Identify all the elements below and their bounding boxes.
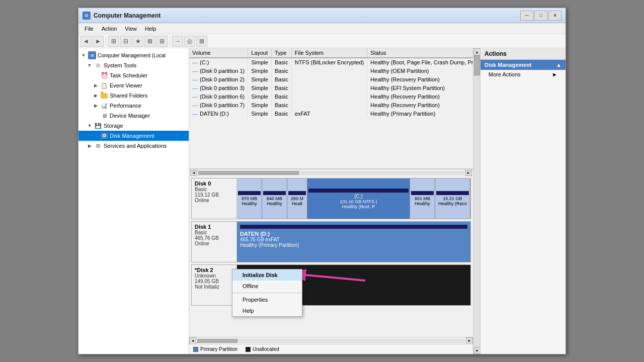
table-cell: Simple bbox=[248, 58, 272, 67]
sidebar-item-task-scheduler[interactable]: ▶ ⏰ Task Scheduler bbox=[78, 70, 189, 80]
scroll-up-button[interactable]: ▲ bbox=[473, 48, 480, 55]
table-row[interactable]: —(Disk 0 partition 2)SimpleBasicHealthy … bbox=[189, 75, 473, 84]
status-primary: Primary Partition bbox=[193, 346, 237, 352]
menu-view[interactable]: View bbox=[121, 25, 141, 33]
services-icon: ⚙ bbox=[94, 142, 102, 150]
horizontal-scrollbar: ◄ ► bbox=[189, 169, 473, 176]
minimize-button[interactable]: ─ bbox=[520, 11, 533, 21]
status-bar: Primary Partition Unallocated bbox=[189, 344, 473, 354]
scroll-left-bottom[interactable]: ◄ bbox=[189, 337, 196, 344]
table-cell: Healthy (Primary Partition) bbox=[367, 110, 473, 118]
menu-help[interactable]: Help bbox=[141, 25, 160, 33]
expand-event-viewer: ▶ bbox=[93, 82, 99, 88]
table-row[interactable]: —(Disk 0 partition 6)SimpleBasicHealthy … bbox=[189, 93, 473, 101]
bottom-scroll-track bbox=[197, 339, 465, 343]
table-cell: Simple bbox=[248, 110, 272, 118]
col-filesystem: File System bbox=[291, 48, 367, 58]
part-header bbox=[436, 191, 469, 195]
toolbar-btn-3[interactable]: ★ bbox=[132, 36, 143, 47]
status-label-unallocated: Unallocated bbox=[253, 346, 279, 352]
maximize-button[interactable]: □ bbox=[534, 11, 547, 21]
part-header bbox=[308, 189, 409, 193]
table-row[interactable]: —(Disk 0 partition 3)SimpleBasicHealthy … bbox=[189, 84, 473, 93]
bottom-scroll-thumb[interactable] bbox=[197, 339, 237, 343]
toolbar-btn-6[interactable]: → bbox=[172, 36, 183, 47]
scroll-right-button[interactable]: ► bbox=[465, 170, 472, 176]
table-row[interactable]: —(Disk 0 partition 7)SimpleBasicHealthy … bbox=[189, 101, 473, 110]
menu-action[interactable]: Action bbox=[98, 25, 121, 33]
disk-0-part-3[interactable]: 260 M Healt bbox=[287, 178, 307, 219]
table-row[interactable]: —(C:)SimpleBasicNTFS (BitLocker Encrypte… bbox=[189, 58, 473, 67]
disk-1-daten[interactable]: DATEN (D:) 465.76 GB exFAT Healthy (Prim… bbox=[237, 222, 470, 262]
disk-0-part-2[interactable]: 840 MB Healthy bbox=[262, 178, 287, 219]
sidebar-item-services[interactable]: ▶ ⚙ Services and Applications bbox=[78, 141, 189, 151]
toolbar-btn-4[interactable]: ⊠ bbox=[144, 36, 155, 47]
sidebar-item-performance[interactable]: ▶ 📊 Performance bbox=[78, 101, 189, 111]
sidebar-item-disk-management[interactable]: ▶ 💿 Disk Management bbox=[78, 131, 189, 141]
disk-0-part-c[interactable]: (C:) 101.10 GB NTFS ( Healthy (Boot, P bbox=[307, 178, 410, 219]
disk1-header bbox=[240, 225, 467, 229]
ctx-properties[interactable]: Properties bbox=[232, 294, 302, 305]
disk-2-type: Unknown bbox=[195, 273, 233, 279]
actions-header: Actions bbox=[480, 48, 566, 60]
col-type: Type bbox=[271, 48, 291, 58]
disk-1-row: Disk 1 Basic 465.76 GB Online DATEN (D:)… bbox=[191, 221, 471, 262]
close-button[interactable]: ✕ bbox=[548, 11, 561, 21]
expand-storage: ▼ bbox=[87, 123, 93, 129]
window-controls: ─ □ ✕ bbox=[520, 11, 561, 21]
table-cell: Simple bbox=[248, 93, 272, 101]
sidebar-item-device-manager[interactable]: ▶ 🖥 Device Manager bbox=[78, 111, 189, 121]
sidebar-item-storage[interactable]: ▼ 💾 Storage bbox=[78, 121, 189, 131]
scroll-v-thumb[interactable] bbox=[474, 55, 480, 75]
toolbar-btn-8[interactable]: ⊠ bbox=[196, 36, 207, 47]
table-row[interactable]: —(Disk 0 partition 1)SimpleBasicHealthy … bbox=[189, 67, 473, 75]
ctx-help[interactable]: Help bbox=[232, 305, 302, 316]
expand-shared-folders: ▶ bbox=[93, 93, 99, 99]
system-tools-icon: ⚙ bbox=[94, 61, 102, 69]
scroll-thumb[interactable] bbox=[198, 171, 299, 175]
forward-button[interactable]: ► bbox=[93, 36, 104, 47]
sidebar-label-task-scheduler: Task Scheduler bbox=[110, 72, 147, 78]
toolbar-separator-1 bbox=[106, 37, 106, 46]
disk-0-part-5[interactable]: 801 MB Healthy bbox=[410, 178, 435, 219]
toolbar-btn-7[interactable]: ◎ bbox=[184, 36, 195, 47]
sidebar-item-system-tools[interactable]: ▼ ⚙ System Tools bbox=[78, 60, 189, 70]
part-header bbox=[288, 191, 306, 195]
toolbar-btn-2[interactable]: ⊟ bbox=[120, 36, 131, 47]
back-button[interactable]: ◄ bbox=[80, 36, 92, 47]
ctx-offline[interactable]: Offline bbox=[232, 281, 302, 292]
table-cell: —(Disk 0 partition 7) bbox=[189, 101, 248, 110]
table-cell bbox=[291, 75, 367, 84]
bottom-scrollbar: ◄ ► bbox=[189, 337, 473, 344]
scroll-down-button[interactable]: ▼ bbox=[473, 347, 480, 354]
scroll-right-bottom[interactable]: ► bbox=[466, 337, 473, 344]
scroll-left-button[interactable]: ◄ bbox=[190, 170, 197, 176]
disk-management-icon: 💿 bbox=[100, 132, 108, 140]
menu-file[interactable]: File bbox=[80, 25, 98, 33]
ctx-initialize-disk[interactable]: Initialize Disk bbox=[232, 269, 302, 281]
toolbar-btn-5[interactable]: ⊞ bbox=[156, 36, 168, 47]
app-icon: ⚙ bbox=[83, 12, 91, 20]
disk-0-part-1[interactable]: 970 MB Healthy bbox=[237, 178, 262, 219]
status-unallocated: Unallocated bbox=[246, 346, 279, 352]
disk-1-size: 465.76 GB bbox=[195, 235, 233, 241]
toolbar-separator-2 bbox=[170, 37, 170, 46]
sidebar-item-event-viewer[interactable]: ▶ 📋 Event Viewer bbox=[78, 80, 189, 90]
disk-2-name: *Disk 2 bbox=[195, 267, 233, 273]
expand-icon: ▼ bbox=[80, 52, 87, 58]
sidebar-item-shared-folders[interactable]: ▶ Shared Folders bbox=[78, 90, 189, 101]
sidebar-item-computer-management[interactable]: ▼ ⊞ Computer Management (Local bbox=[78, 50, 189, 60]
actions-section-disk-management[interactable]: Disk Management ▲ bbox=[480, 60, 566, 70]
disk-2-label: *Disk 2 Unknown 149.05 GB Not Initializ bbox=[192, 265, 237, 305]
expand-task-scheduler: ▶ bbox=[93, 72, 99, 78]
scroll-v-track bbox=[473, 55, 480, 347]
show-hide-tree-button[interactable]: ⊞ bbox=[108, 36, 119, 47]
volume-table: Volume Layout Type File System Status —(… bbox=[189, 48, 473, 118]
volume-table-area: Volume Layout Type File System Status —(… bbox=[189, 48, 473, 169]
disk-0-part-6[interactable]: 15.21 GB Healthy (Reco bbox=[435, 178, 470, 219]
table-cell: Healthy (OEM Partition) bbox=[367, 67, 473, 75]
disk1-status: Healthy (Primary Partition) bbox=[240, 242, 467, 248]
actions-more-actions[interactable]: More Actions ► bbox=[480, 70, 566, 79]
disk-0-type: Basic bbox=[195, 187, 233, 192]
table-row[interactable]: —DATEN (D:)SimpleBasicexFATHealthy (Prim… bbox=[189, 110, 473, 118]
